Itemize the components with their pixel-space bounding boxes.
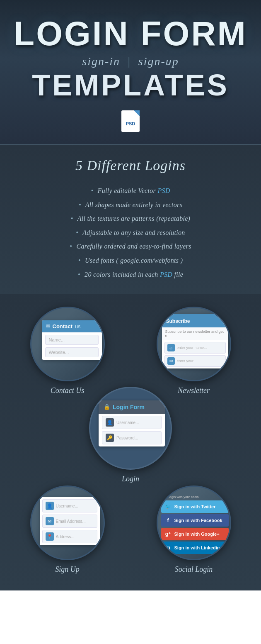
newsletter-name-field: ☺ enter your name... bbox=[164, 342, 226, 354]
linkedin-icon: in bbox=[164, 544, 172, 551]
key-icon: 🔑 bbox=[106, 434, 114, 442]
signup-form-preview: 👤 Username... ✉ Email Address... 📍 Addre… bbox=[40, 497, 100, 545]
psd-icon: PSD bbox=[121, 110, 140, 132]
contact-header-us: us bbox=[75, 323, 81, 329]
user-icon: 👤 bbox=[106, 418, 114, 427]
social-label: Social Login bbox=[175, 565, 213, 574]
feature-item-4: • Adjustable to any size and resolution bbox=[8, 226, 253, 240]
signup-circle: 👤 Username... ✉ Email Address... 📍 Addre… bbox=[30, 485, 105, 560]
bullet-4: • bbox=[76, 229, 78, 236]
features-heading: 5 Different Logins bbox=[8, 158, 253, 173]
facebook-icon: f bbox=[164, 517, 172, 524]
feature-item-7: • 20 colors included in each PSD file bbox=[8, 268, 253, 282]
login-username-text: Username... bbox=[116, 420, 139, 425]
login-header-text: Login Form bbox=[113, 404, 145, 410]
login-password-field: 🔑 Password... bbox=[102, 431, 162, 444]
subtitle-signin: sign-in bbox=[82, 55, 120, 68]
bullet-6: • bbox=[78, 257, 81, 264]
signup-user-icon: 👤 bbox=[46, 502, 54, 510]
signup-address-text: Address... bbox=[56, 534, 75, 539]
newsletter-name-text: enter your name... bbox=[177, 346, 207, 350]
previews-bottom-row: 👤 Username... ✉ Email Address... 📍 Addre… bbox=[4, 485, 257, 574]
signup-email-text: Email Address... bbox=[56, 519, 86, 524]
newsletter-subtitle: Subscribe to our newsletter and get e bbox=[162, 327, 228, 340]
feature-item-1: • Fully editable Vector PSD bbox=[8, 184, 253, 198]
signup-address-field: 📍 Address... bbox=[42, 530, 97, 543]
signup-email-icon: ✉ bbox=[46, 517, 54, 525]
contact-name-field: Name... bbox=[45, 335, 99, 345]
feature-item-6: • Used fonts ( google.com/webfonts ) bbox=[8, 254, 253, 268]
signup-email-field: ✉ Email Address... bbox=[42, 515, 97, 528]
hero-subtitle: sign-in | sign-up bbox=[8, 55, 253, 68]
twitter-icon: 🐦 bbox=[164, 503, 172, 510]
social-form-preview: also login with your social 🐦 Sign in wi… bbox=[161, 495, 229, 555]
newsletter-email-field: ✉ enter your... bbox=[164, 355, 226, 367]
contact-header: ✉ Contact us bbox=[42, 320, 102, 332]
bullet-3: • bbox=[71, 215, 73, 222]
facebook-btn[interactable]: f Sign in with Facebook bbox=[161, 514, 229, 527]
bullet-1: • bbox=[91, 187, 93, 194]
login-circle: 🔒 Login Form 👤 Username... 🔑 Password... bbox=[89, 387, 172, 470]
social-circle: also login with your social 🐦 Sign in wi… bbox=[157, 485, 231, 560]
twitter-btn-label: Sign in with Twitter bbox=[174, 504, 216, 509]
bullet-5: • bbox=[70, 243, 72, 250]
social-intro-text: also login with your social bbox=[161, 495, 229, 499]
signup-label: Sign Up bbox=[55, 565, 80, 574]
signup-username-text: Username... bbox=[56, 504, 78, 508]
bullet-2: • bbox=[79, 201, 81, 208]
linkedin-btn-label: Sign in with Linkedin bbox=[174, 545, 220, 550]
linkedin-btn[interactable]: in Sign in with Linkedin bbox=[161, 542, 229, 554]
features-section: 5 Different Logins • Fully editable Vect… bbox=[0, 145, 261, 294]
login-form-preview: 🔒 Login Form 👤 Username... 🔑 Password... bbox=[99, 400, 165, 446]
google-icon: g⁺ bbox=[164, 530, 172, 538]
contact-envelope-icon: ✉ bbox=[46, 323, 50, 329]
smiley-icon: ☺ bbox=[167, 344, 175, 351]
signup-username-field: 👤 Username... bbox=[42, 499, 97, 512]
contact-header-text: Contact bbox=[53, 323, 72, 329]
newsletter-header: Subscribe bbox=[162, 314, 228, 327]
login-username-field: 👤 Username... bbox=[102, 416, 162, 429]
contact-preview-item: ✉ Contact us Name... Website... Contact … bbox=[26, 307, 109, 395]
social-preview-item: also login with your social 🐦 Sign in wi… bbox=[152, 485, 235, 574]
hero-section: LOGIN FORM sign-in | sign-up TEMPLATES P… bbox=[0, 0, 261, 145]
subtitle-signup: sign-up bbox=[138, 55, 179, 68]
feature-item-2: • All shapes made entirely in vectors bbox=[8, 198, 253, 212]
hero-title: LOGIN FORM bbox=[8, 17, 253, 51]
newsletter-circle: Subscribe Subscribe to our newsletter an… bbox=[157, 307, 231, 381]
login-password-text: Password... bbox=[116, 436, 138, 440]
email-icon: ✉ bbox=[167, 357, 175, 365]
newsletter-preview-item: Subscribe Subscribe to our newsletter an… bbox=[152, 307, 235, 395]
signup-preview-item: 👤 Username... ✉ Email Address... 📍 Addre… bbox=[26, 485, 109, 574]
contact-website-field: Website... bbox=[45, 347, 99, 357]
previews-middle-row: 🔒 Login Form 👤 Username... 🔑 Password...… bbox=[4, 391, 257, 483]
facebook-btn-label: Sign in with Facebook bbox=[174, 518, 222, 523]
contact-form-preview: ✉ Contact us Name... Website... bbox=[42, 320, 102, 360]
feature-item-3: • All the textures are patterns (repeata… bbox=[8, 212, 253, 226]
google-btn[interactable]: g⁺ Sign in with Google+ bbox=[161, 528, 229, 540]
newsletter-email-text: enter your... bbox=[177, 359, 197, 363]
google-btn-label: Sign in with Google+ bbox=[174, 532, 220, 537]
feature-item-5: • Carefully ordered and easy-to-find lay… bbox=[8, 239, 253, 254]
login-header: 🔒 Login Form bbox=[99, 400, 165, 414]
previews-section: ✉ Contact us Name... Website... Contact … bbox=[0, 294, 261, 590]
psd-highlight-2: PSD bbox=[160, 271, 172, 278]
lock-icon: 🔒 bbox=[104, 404, 110, 410]
subtitle-divider: | bbox=[127, 55, 131, 68]
twitter-btn[interactable]: 🐦 Sign in with Twitter bbox=[161, 500, 229, 513]
signup-address-icon: 📍 bbox=[46, 532, 54, 541]
login-label: Login bbox=[122, 475, 139, 483]
hero-templates: TEMPLATES bbox=[8, 70, 253, 100]
psd-icon-label: PSD bbox=[126, 121, 135, 126]
contact-circle: ✉ Contact us Name... Website... bbox=[30, 307, 105, 381]
newsletter-form-preview: Subscribe Subscribe to our newsletter an… bbox=[162, 314, 228, 368]
bullet-7: • bbox=[78, 271, 80, 278]
psd-highlight-1: PSD bbox=[157, 187, 170, 194]
newsletter-header-text: Subscribe bbox=[166, 318, 190, 324]
previews-top-row: ✉ Contact us Name... Website... Contact … bbox=[4, 307, 257, 395]
login-preview-item: 🔒 Login Form 👤 Username... 🔑 Password...… bbox=[89, 391, 172, 483]
